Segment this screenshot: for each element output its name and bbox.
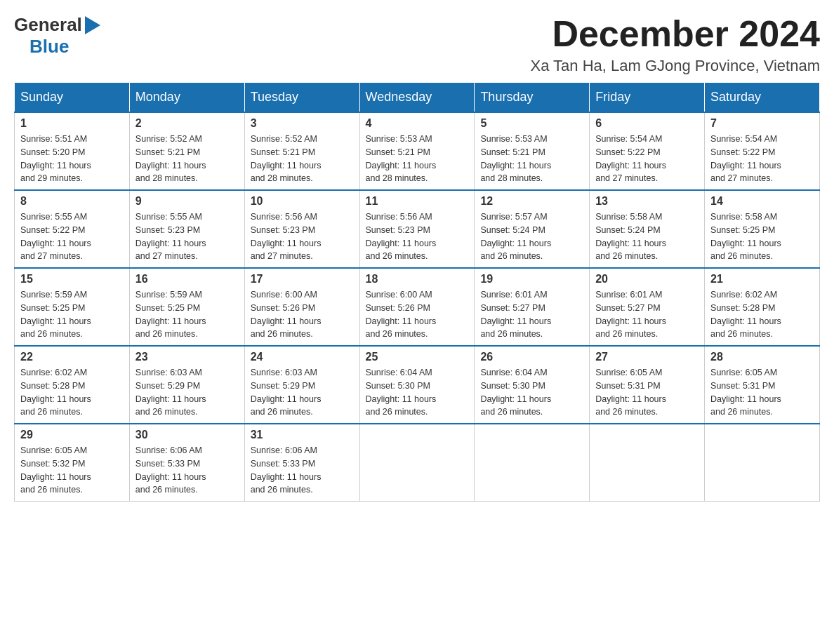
table-row: 24 Sunrise: 6:03 AM Sunset: 5:29 PM Dayl…: [244, 346, 359, 424]
table-row: 15 Sunrise: 5:59 AM Sunset: 5:25 PM Dayl…: [15, 268, 130, 346]
day-info: Sunrise: 6:01 AM Sunset: 5:27 PM Dayligh…: [480, 288, 583, 341]
day-info: Sunrise: 6:03 AM Sunset: 5:29 PM Dayligh…: [135, 366, 239, 419]
day-info: Sunrise: 6:00 AM Sunset: 5:26 PM Dayligh…: [251, 288, 354, 341]
table-row: 23 Sunrise: 6:03 AM Sunset: 5:29 PM Dayl…: [129, 346, 244, 424]
page-header: General Blue December 2024 Xa Tan Ha, La…: [14, 14, 820, 75]
day-number: 31: [251, 429, 354, 441]
day-number: 29: [20, 429, 124, 441]
day-number: 5: [480, 117, 583, 130]
logo-general-text: General: [14, 14, 82, 36]
table-row: 8 Sunrise: 5:55 AM Sunset: 5:22 PM Dayli…: [15, 190, 130, 268]
table-row: [705, 424, 820, 502]
table-row: 11 Sunrise: 5:56 AM Sunset: 5:23 PM Dayl…: [359, 190, 475, 268]
col-sunday: Sunday: [15, 83, 130, 113]
calendar-table: Sunday Monday Tuesday Wednesday Thursday…: [14, 82, 820, 502]
table-row: 27 Sunrise: 6:05 AM Sunset: 5:31 PM Dayl…: [590, 346, 705, 424]
day-number: 7: [710, 117, 814, 130]
table-row: 29 Sunrise: 6:05 AM Sunset: 5:32 PM Dayl…: [15, 424, 130, 502]
table-row: 21 Sunrise: 6:02 AM Sunset: 5:28 PM Dayl…: [705, 268, 820, 346]
day-info: Sunrise: 6:04 AM Sunset: 5:30 PM Dayligh…: [480, 366, 583, 419]
logo-blue-text: Blue: [29, 36, 69, 58]
table-row: 31 Sunrise: 6:06 AM Sunset: 5:33 PM Dayl…: [244, 424, 359, 502]
calendar-week-3: 15 Sunrise: 5:59 AM Sunset: 5:25 PM Dayl…: [15, 268, 820, 346]
table-row: 28 Sunrise: 6:05 AM Sunset: 5:31 PM Dayl…: [705, 346, 820, 424]
location-subtitle: Xa Tan Ha, Lam GJong Province, Vietnam: [530, 57, 820, 75]
day-number: 15: [20, 273, 124, 286]
day-info: Sunrise: 5:58 AM Sunset: 5:25 PM Dayligh…: [710, 210, 814, 263]
col-wednesday: Wednesday: [359, 83, 475, 113]
table-row: 19 Sunrise: 6:01 AM Sunset: 5:27 PM Dayl…: [475, 268, 590, 346]
day-number: 27: [595, 351, 699, 363]
day-number: 11: [366, 195, 469, 208]
day-info: Sunrise: 6:04 AM Sunset: 5:30 PM Dayligh…: [366, 366, 469, 419]
table-row: 16 Sunrise: 5:59 AM Sunset: 5:25 PM Dayl…: [129, 268, 244, 346]
day-info: Sunrise: 6:05 AM Sunset: 5:31 PM Dayligh…: [595, 366, 699, 419]
title-section: December 2024 Xa Tan Ha, Lam GJong Provi…: [530, 14, 820, 75]
day-number: 3: [251, 117, 354, 130]
day-number: 20: [595, 273, 699, 286]
day-number: 13: [595, 195, 699, 208]
table-row: [590, 424, 705, 502]
calendar-week-1: 1 Sunrise: 5:51 AM Sunset: 5:20 PM Dayli…: [15, 112, 820, 190]
month-title: December 2024: [530, 14, 820, 54]
day-number: 1: [20, 117, 124, 130]
day-number: 8: [20, 195, 124, 208]
table-row: 30 Sunrise: 6:06 AM Sunset: 5:33 PM Dayl…: [129, 424, 244, 502]
day-number: 12: [480, 195, 583, 208]
day-info: Sunrise: 5:56 AM Sunset: 5:23 PM Dayligh…: [366, 210, 469, 263]
table-row: 3 Sunrise: 5:52 AM Sunset: 5:21 PM Dayli…: [244, 112, 359, 190]
table-row: 9 Sunrise: 5:55 AM Sunset: 5:23 PM Dayli…: [129, 190, 244, 268]
col-monday: Monday: [129, 83, 244, 113]
calendar-week-4: 22 Sunrise: 6:02 AM Sunset: 5:28 PM Dayl…: [15, 346, 820, 424]
day-number: 23: [135, 351, 239, 363]
day-info: Sunrise: 6:00 AM Sunset: 5:26 PM Dayligh…: [366, 288, 469, 341]
day-info: Sunrise: 6:05 AM Sunset: 5:32 PM Dayligh…: [20, 444, 124, 497]
day-info: Sunrise: 5:52 AM Sunset: 5:21 PM Dayligh…: [251, 133, 354, 185]
day-info: Sunrise: 5:53 AM Sunset: 5:21 PM Dayligh…: [480, 133, 583, 185]
day-info: Sunrise: 5:56 AM Sunset: 5:23 PM Dayligh…: [251, 210, 354, 263]
table-row: 17 Sunrise: 6:00 AM Sunset: 5:26 PM Dayl…: [244, 268, 359, 346]
day-info: Sunrise: 5:51 AM Sunset: 5:20 PM Dayligh…: [20, 133, 124, 185]
table-row: 4 Sunrise: 5:53 AM Sunset: 5:21 PM Dayli…: [359, 112, 475, 190]
day-info: Sunrise: 5:59 AM Sunset: 5:25 PM Dayligh…: [20, 288, 124, 341]
logo-triangle-icon: [85, 16, 100, 37]
day-number: 6: [595, 117, 699, 130]
day-number: 26: [480, 351, 583, 363]
table-row: 6 Sunrise: 5:54 AM Sunset: 5:22 PM Dayli…: [590, 112, 705, 190]
day-number: 24: [251, 351, 354, 363]
day-number: 4: [366, 117, 469, 130]
day-info: Sunrise: 6:06 AM Sunset: 5:33 PM Dayligh…: [251, 444, 354, 497]
calendar-week-5: 29 Sunrise: 6:05 AM Sunset: 5:32 PM Dayl…: [15, 424, 820, 502]
day-number: 16: [135, 273, 239, 286]
day-info: Sunrise: 6:06 AM Sunset: 5:33 PM Dayligh…: [135, 444, 239, 497]
day-info: Sunrise: 5:59 AM Sunset: 5:25 PM Dayligh…: [135, 288, 239, 341]
table-row: [359, 424, 475, 502]
table-row: 14 Sunrise: 5:58 AM Sunset: 5:25 PM Dayl…: [705, 190, 820, 268]
day-number: 18: [366, 273, 469, 286]
table-row: 25 Sunrise: 6:04 AM Sunset: 5:30 PM Dayl…: [359, 346, 475, 424]
table-row: 18 Sunrise: 6:00 AM Sunset: 5:26 PM Dayl…: [359, 268, 475, 346]
calendar-week-2: 8 Sunrise: 5:55 AM Sunset: 5:22 PM Dayli…: [15, 190, 820, 268]
day-info: Sunrise: 6:02 AM Sunset: 5:28 PM Dayligh…: [710, 288, 814, 341]
table-row: 10 Sunrise: 5:56 AM Sunset: 5:23 PM Dayl…: [244, 190, 359, 268]
day-info: Sunrise: 6:05 AM Sunset: 5:31 PM Dayligh…: [710, 366, 814, 419]
day-info: Sunrise: 5:55 AM Sunset: 5:23 PM Dayligh…: [135, 210, 239, 263]
table-row: 2 Sunrise: 5:52 AM Sunset: 5:21 PM Dayli…: [129, 112, 244, 190]
svg-marker-0: [85, 16, 100, 34]
day-info: Sunrise: 6:02 AM Sunset: 5:28 PM Dayligh…: [20, 366, 124, 419]
col-tuesday: Tuesday: [244, 83, 359, 113]
table-row: 22 Sunrise: 6:02 AM Sunset: 5:28 PM Dayl…: [15, 346, 130, 424]
day-info: Sunrise: 5:54 AM Sunset: 5:22 PM Dayligh…: [595, 133, 699, 185]
table-row: 5 Sunrise: 5:53 AM Sunset: 5:21 PM Dayli…: [475, 112, 590, 190]
day-info: Sunrise: 5:52 AM Sunset: 5:21 PM Dayligh…: [135, 133, 239, 185]
day-number: 21: [710, 273, 814, 286]
day-info: Sunrise: 5:53 AM Sunset: 5:21 PM Dayligh…: [366, 133, 469, 185]
day-info: Sunrise: 5:58 AM Sunset: 5:24 PM Dayligh…: [595, 210, 699, 263]
day-number: 10: [251, 195, 354, 208]
logo: General Blue: [14, 14, 100, 58]
day-number: 2: [135, 117, 239, 130]
day-info: Sunrise: 5:57 AM Sunset: 5:24 PM Dayligh…: [480, 210, 583, 263]
day-number: 22: [20, 351, 124, 363]
table-row: 1 Sunrise: 5:51 AM Sunset: 5:20 PM Dayli…: [15, 112, 130, 190]
col-friday: Friday: [590, 83, 705, 113]
